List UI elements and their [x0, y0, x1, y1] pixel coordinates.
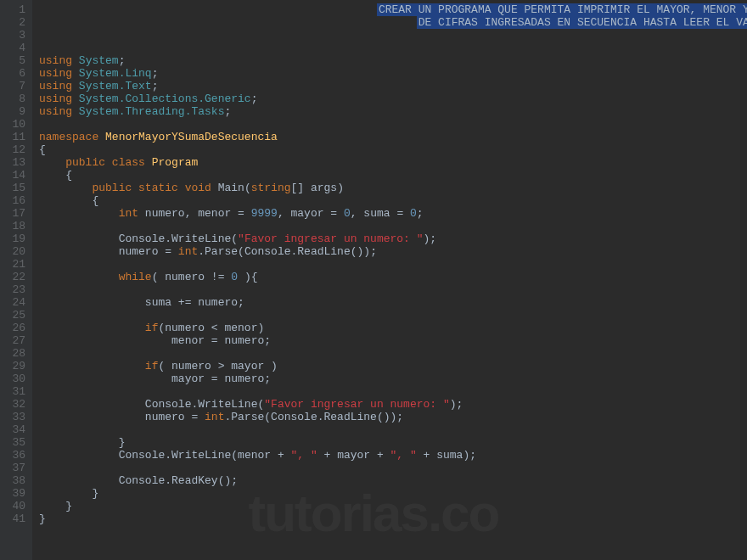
line-number: 16: [10, 194, 25, 207]
code-line: [39, 118, 747, 131]
code-line: using System;: [39, 54, 747, 67]
code-line: mayor = numero;: [39, 372, 747, 385]
line-number: 7: [10, 80, 25, 92]
line-number: 40: [10, 500, 25, 512]
code-line: [39, 309, 747, 322]
line-number: 21: [10, 258, 25, 271]
code-line: {: [39, 143, 747, 156]
line-number: 3: [10, 29, 25, 42]
line-number: 35: [10, 436, 25, 449]
code-line: suma += numero;: [39, 296, 747, 309]
code-line: namespace MenorMayorYSumaDeSecuencia: [39, 131, 747, 143]
code-line: [39, 462, 747, 474]
line-number: 25: [10, 309, 25, 322]
code-line: }: [39, 487, 747, 500]
line-number: 23: [10, 283, 25, 296]
line-number: 10: [10, 118, 25, 131]
line-number: 9: [10, 105, 25, 118]
code-line: int numero, menor = 9999, mayor = 0, sum…: [39, 207, 747, 220]
line-number: 6: [10, 67, 25, 80]
code-line: public class Program: [39, 156, 747, 169]
code-line: [39, 423, 747, 436]
line-number-gutter: 1234567891011121314151617181920212223242…: [0, 0, 32, 560]
line-number: 18: [10, 220, 25, 232]
code-line: using System.Collections.Generic;: [39, 92, 747, 105]
code-area[interactable]: CREAR UN PROGRAMA QUE PERMITA IMPRIMIR E…: [32, 0, 747, 560]
line-number: 17: [10, 207, 25, 220]
line-number: 37: [10, 462, 25, 474]
line-number: 19: [10, 232, 25, 245]
code-line: {: [39, 169, 747, 182]
line-number: 2: [10, 16, 25, 29]
line-number: 32: [10, 398, 25, 411]
line-number: 1: [10, 3, 25, 16]
code-line: [39, 29, 747, 42]
line-number: 12: [10, 143, 25, 156]
code-line: public static void Main(string[] args): [39, 182, 747, 194]
line-number: 27: [10, 334, 25, 347]
line-number: 33: [10, 411, 25, 423]
code-line: {: [39, 194, 747, 207]
line-number: 41: [10, 512, 25, 525]
line-number: 24: [10, 296, 25, 309]
line-number: 31: [10, 385, 25, 398]
line-number: 5: [10, 54, 25, 67]
line-number: 38: [10, 474, 25, 487]
code-line: [39, 347, 747, 360]
line-number: 26: [10, 322, 25, 334]
code-line: if( numero > mayor ): [39, 360, 747, 372]
code-line: numero = int.Parse(Console.ReadLine());: [39, 245, 747, 258]
code-line: using System.Linq;: [39, 67, 747, 80]
line-number: 36: [10, 449, 25, 462]
line-number: 34: [10, 423, 25, 436]
code-line: }: [39, 500, 747, 512]
code-line: using System.Text;: [39, 80, 747, 92]
code-line: [39, 283, 747, 296]
comment-line-1: CREAR UN PROGRAMA QUE PERMITA IMPRIMIR E…: [39, 3, 747, 16]
line-number: 11: [10, 131, 25, 143]
code-line: using System.Threading.Tasks;: [39, 105, 747, 118]
code-line: [39, 258, 747, 271]
line-number: 4: [10, 42, 25, 54]
line-number: 20: [10, 245, 25, 258]
code-line: [39, 220, 747, 232]
code-line: [39, 385, 747, 398]
code-line: }: [39, 512, 747, 525]
code-line: if(numero < menor): [39, 322, 747, 334]
code-line: while( numero != 0 ){: [39, 271, 747, 283]
line-number: 29: [10, 360, 25, 372]
code-line: Console.WriteLine("Favor ingresar un num…: [39, 398, 747, 411]
line-number: 22: [10, 271, 25, 283]
code-editor: 1234567891011121314151617181920212223242…: [0, 0, 747, 560]
line-number: 13: [10, 156, 25, 169]
code-line: menor = numero;: [39, 334, 747, 347]
code-line: Console.WriteLine("Favor ingresar un num…: [39, 232, 747, 245]
line-number: 15: [10, 182, 25, 194]
line-number: 30: [10, 372, 25, 385]
code-line: Console.WriteLine(menor + ", " + mayor +…: [39, 449, 747, 462]
comment-line-2: DE CIFRAS INGRESADAS EN SECUENCIA HASTA …: [39, 16, 747, 29]
line-number: 8: [10, 92, 25, 105]
line-number: 39: [10, 487, 25, 500]
line-number: 28: [10, 347, 25, 360]
code-line: numero = int.Parse(Console.ReadLine());: [39, 411, 747, 423]
code-line: Console.ReadKey();: [39, 474, 747, 487]
code-line: [39, 42, 747, 54]
line-number: 14: [10, 169, 25, 182]
code-line: }: [39, 436, 747, 449]
